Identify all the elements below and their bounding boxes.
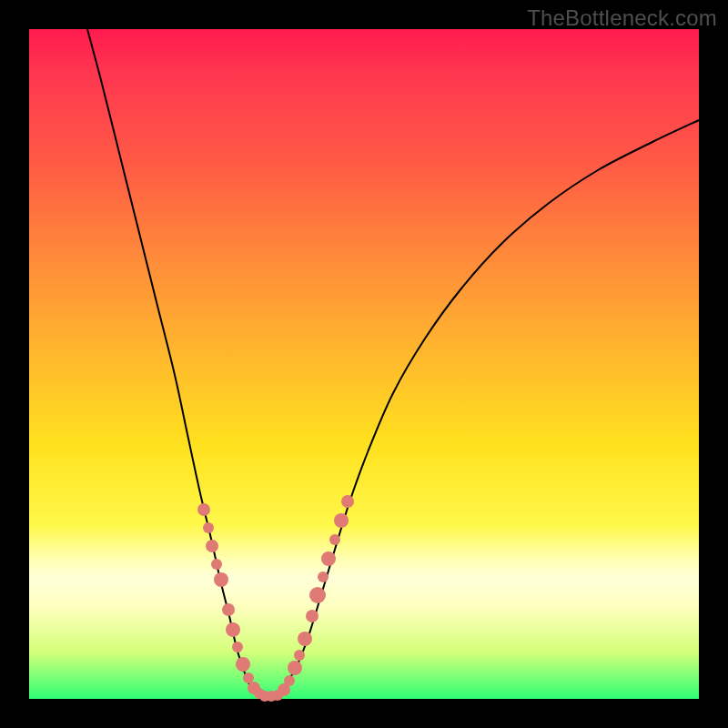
bead-marker — [243, 672, 254, 683]
bead-marker — [294, 650, 305, 661]
bead-marker — [334, 513, 349, 528]
bead-marker — [206, 540, 218, 552]
bead-marker — [236, 657, 250, 672]
bead-markers — [197, 495, 354, 702]
watermark-text: TheBottleneck.com — [527, 5, 717, 31]
bead-marker — [298, 632, 312, 646]
bead-marker — [318, 571, 329, 582]
bead-marker — [321, 551, 336, 566]
bead-marker — [203, 522, 214, 533]
bead-marker — [309, 587, 326, 603]
bead-marker — [306, 610, 318, 622]
bead-marker — [211, 559, 222, 570]
bead-marker — [284, 675, 295, 686]
bead-marker — [222, 603, 235, 616]
right-curve — [268, 120, 699, 696]
bead-marker — [329, 534, 340, 545]
bead-marker — [214, 572, 228, 587]
bead-marker — [341, 495, 354, 508]
bead-marker — [226, 622, 240, 637]
plot-area — [29, 29, 699, 699]
bead-marker — [288, 661, 302, 675]
bead-marker — [232, 642, 243, 652]
chart-svg — [29, 29, 699, 699]
left-curve — [87, 29, 268, 696]
outer-frame: TheBottleneck.com — [0, 0, 728, 728]
bead-marker — [197, 503, 210, 516]
